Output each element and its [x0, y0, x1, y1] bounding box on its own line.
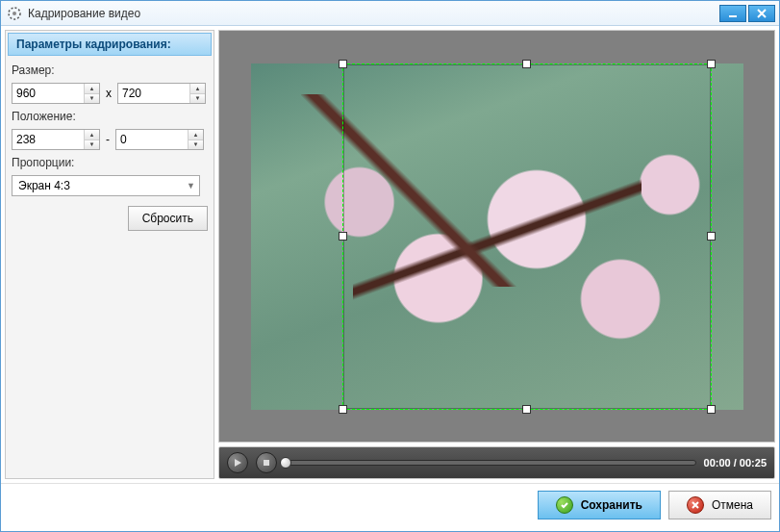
svg-rect-3 [264, 460, 269, 466]
cancel-icon [687, 496, 704, 514]
parameters-panel: Параметры кадрирования: Размер: ▲ ▼ x ▲ … [5, 30, 214, 479]
aspect-value: Экран 4:3 [18, 179, 70, 192]
pos-x-spinbox[interactable]: ▲ ▼ [12, 129, 100, 150]
crop-handle-bm[interactable] [522, 405, 531, 414]
reset-button[interactable]: Сбросить [128, 206, 208, 231]
play-icon [233, 458, 242, 468]
crop-handle-ml[interactable] [339, 232, 347, 241]
time-display: 00:00 / 00:25 [704, 457, 767, 469]
width-up[interactable]: ▲ [85, 84, 99, 94]
height-spinbox[interactable]: ▲ ▼ [117, 83, 206, 104]
crop-handle-tl[interactable] [339, 60, 347, 68]
play-button[interactable] [227, 452, 248, 473]
seek-thumb[interactable] [280, 457, 291, 469]
stop-button[interactable] [256, 452, 277, 473]
height-down[interactable]: ▼ [190, 94, 205, 104]
crop-handle-mr[interactable] [707, 232, 716, 241]
crop-handle-tm[interactable] [522, 60, 531, 68]
panel-header: Параметры кадрирования: [8, 33, 212, 56]
seek-track[interactable] [285, 460, 696, 466]
checkmark-icon [556, 496, 573, 514]
close-button[interactable] [748, 5, 775, 22]
playback-bar: 00:00 / 00:25 [218, 446, 775, 479]
width-input[interactable] [13, 84, 84, 103]
pos-x-up[interactable]: ▲ [85, 130, 99, 140]
height-up[interactable]: ▲ [190, 84, 205, 94]
position-label: Положение: [12, 110, 208, 123]
crop-box[interactable] [342, 63, 712, 410]
crop-handle-bl[interactable] [339, 405, 347, 414]
crop-handle-br[interactable] [707, 405, 716, 414]
footer: Сохранить Отмена [1, 483, 779, 525]
chevron-down-icon: ▼ [187, 181, 195, 190]
pos-x-input[interactable] [13, 130, 84, 149]
svg-point-1 [13, 12, 16, 15]
window-title: Кадрирование видео [28, 7, 717, 20]
titlebar: Кадрирование видео [1, 1, 779, 26]
preview-area [218, 30, 775, 443]
cancel-button[interactable]: Отмена [668, 491, 771, 519]
pos-separator: - [104, 133, 112, 146]
save-button[interactable]: Сохранить [538, 491, 661, 519]
height-input[interactable] [118, 84, 189, 103]
app-icon [7, 6, 22, 21]
pos-y-input[interactable] [116, 130, 188, 149]
size-label: Размер: [12, 63, 208, 77]
pos-y-up[interactable]: ▲ [189, 130, 203, 140]
crop-handle-tr[interactable] [707, 60, 716, 68]
stop-icon [262, 458, 271, 468]
pos-x-down[interactable]: ▼ [85, 140, 99, 150]
aspect-select[interactable]: Экран 4:3 ▼ [12, 175, 200, 196]
width-spinbox[interactable]: ▲ ▼ [12, 83, 100, 104]
pos-y-spinbox[interactable]: ▲ ▼ [115, 129, 204, 150]
width-down[interactable]: ▼ [85, 94, 99, 104]
svg-rect-2 [729, 15, 737, 17]
video-frame [251, 63, 743, 410]
minimize-button[interactable] [719, 5, 746, 22]
pos-y-down[interactable]: ▼ [189, 140, 203, 150]
size-separator: x [104, 87, 113, 100]
aspect-label: Пропорции: [12, 156, 208, 169]
